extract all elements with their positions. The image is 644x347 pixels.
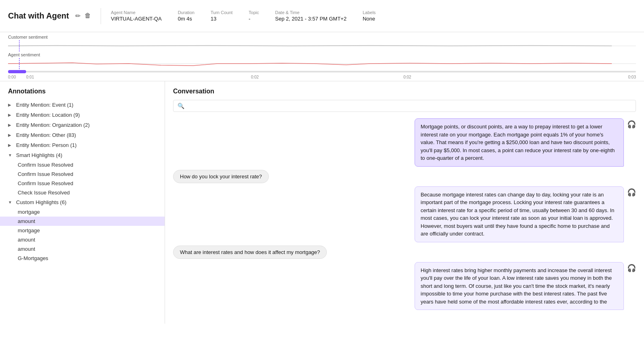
tree-label-location: Entity Mention: Location (9) (16, 112, 80, 118)
chevron-right-icon: ▶ (8, 113, 13, 117)
agent-bubble-1: Mortgage points, or discount points, are… (415, 118, 624, 167)
chevron-down-icon: ▼ (8, 200, 13, 204)
chevron-right-icon: ▶ (8, 143, 13, 147)
audio-icon-3[interactable]: 🎧 (627, 264, 636, 273)
tree-label-event: Entity Mention: Event (1) (16, 102, 73, 108)
user-bubble-2: What are interest rates and how does it … (173, 246, 327, 259)
agent-sentiment-label: Agent sentiment (8, 52, 636, 57)
tree-item-organization[interactable]: ▶ Entity Mention: Organization (2) (0, 120, 165, 130)
tree-label-custom-highlights: Custom Highlights (6) (16, 199, 66, 205)
message-row-1: Mortgage points, or discount points, are… (173, 118, 636, 167)
timeline-label-4: 0:03 (483, 75, 636, 79)
tree-child-amount-2[interactable]: amount (0, 235, 165, 244)
meta-turn-count: Turn Count 13 (211, 10, 233, 22)
agent-bubble-3: High interest rates bring higher monthly… (415, 262, 624, 310)
tree-item-custom-highlights[interactable]: ▼ Custom Highlights (6) (0, 197, 165, 207)
message-row-2: How do you lock your interest rate? (173, 170, 636, 183)
delete-icon[interactable]: 🗑 (85, 12, 91, 20)
main-content: Annotations ▶ Entity Mention: Event (1) … (0, 81, 644, 324)
timeline-label-3: 0:02 (331, 75, 484, 79)
meta-labels: Labels None (363, 10, 376, 22)
tree-label-other: Entity Mention: Other (83) (16, 132, 76, 138)
customer-sentiment-chart (8, 40, 636, 52)
tree-child-check[interactable]: Check Issue Resolved (0, 188, 165, 197)
tree-child-amount-3[interactable]: amount (0, 244, 165, 254)
meta-topic: Topic - (249, 10, 259, 22)
tree-child-mortgage-2[interactable]: mortgage (0, 226, 165, 235)
timeline-label-2: 0:02 (179, 75, 331, 79)
search-input[interactable] (188, 103, 632, 109)
header-actions: ✏ 🗑 (75, 12, 91, 20)
search-icon: 🔍 (178, 103, 184, 109)
tree-child-confirm-3[interactable]: Confirm Issue Resolved (0, 179, 165, 188)
customer-sentiment-label: Customer sentiment (8, 35, 636, 39)
timeline (8, 70, 636, 73)
chevron-right-icon: ▶ (8, 123, 13, 127)
tree-child-confirm-1[interactable]: Confirm Issue Resolved (0, 160, 165, 169)
tree-child-confirm-2[interactable]: Confirm Issue Resolved (0, 169, 165, 179)
agent-sentiment-chart (8, 58, 636, 69)
edit-icon[interactable]: ✏ (75, 12, 80, 20)
chevron-down-icon: ▼ (8, 153, 13, 157)
timeline-label-0: 0:00 (8, 75, 26, 79)
tree-child-amount-1[interactable]: amount (0, 217, 165, 226)
meta-datetime: Date & Time Sep 2, 2021 - 3:57 PM GMT+2 (275, 10, 347, 22)
chevron-right-icon: ▶ (8, 103, 13, 107)
sentiment-section: Customer sentiment Agent sentiment 0:00 … (0, 32, 644, 81)
annotations-panel: Annotations ▶ Entity Mention: Event (1) … (0, 81, 165, 324)
meta-agent-name: Agent Name VIRTUAL-AGENT-QA (111, 10, 161, 22)
conversation-title: Conversation (173, 88, 636, 95)
user-bubble-1: How do you lock your interest rate? (173, 170, 269, 183)
header-divider (101, 8, 101, 24)
message-row-5: High interest rates bring higher monthly… (173, 262, 636, 310)
tree-item-event[interactable]: ▶ Entity Mention: Event (1) (0, 100, 165, 110)
agent-bubble-2: Because mortgage interest rates can chan… (415, 186, 624, 242)
page-title: Chat with Agent (8, 11, 69, 21)
tree-item-person[interactable]: ▶ Entity Mention: Person (1) (0, 140, 165, 150)
tree-label-person: Entity Mention: Person (1) (16, 142, 76, 148)
conversation-panel: Conversation 🔍 Mortgage points, or disco… (165, 81, 644, 324)
tree-item-smart-highlights[interactable]: ▼ Smart Highlights (4) (0, 150, 165, 160)
audio-icon-2[interactable]: 🎧 (627, 188, 636, 197)
search-box[interactable]: 🔍 (173, 100, 636, 112)
chevron-right-icon: ▶ (8, 133, 13, 137)
tree-child-mortgage-1[interactable]: mortgage (0, 207, 165, 217)
page-header: Chat with Agent ✏ 🗑 Agent Name VIRTUAL-A… (0, 0, 644, 32)
tree-item-other[interactable]: ▶ Entity Mention: Other (83) (0, 130, 165, 140)
timeline-progress (8, 70, 26, 73)
tree-child-gmortgages[interactable]: G-Mortgages (0, 254, 165, 263)
timeline-track (26, 71, 636, 72)
meta-duration: Duration 0m 4s (178, 10, 195, 22)
tree-item-location[interactable]: ▶ Entity Mention: Location (9) (0, 110, 165, 120)
timeline-label-1: 0:01 (26, 75, 179, 79)
annotations-title: Annotations (0, 88, 165, 100)
tree-label-organization: Entity Mention: Organization (2) (16, 122, 90, 128)
message-row-4: What are interest rates and how does it … (173, 246, 636, 259)
timeline-labels: 0:00 0:01 0:02 0:02 0:03 (8, 75, 636, 81)
tree-label-smart-highlights: Smart Highlights (4) (16, 152, 62, 158)
audio-icon-1[interactable]: 🎧 (627, 120, 636, 129)
message-row-3: Because mortgage interest rates can chan… (173, 186, 636, 242)
header-meta: Agent Name VIRTUAL-AGENT-QA Duration 0m … (111, 10, 636, 22)
